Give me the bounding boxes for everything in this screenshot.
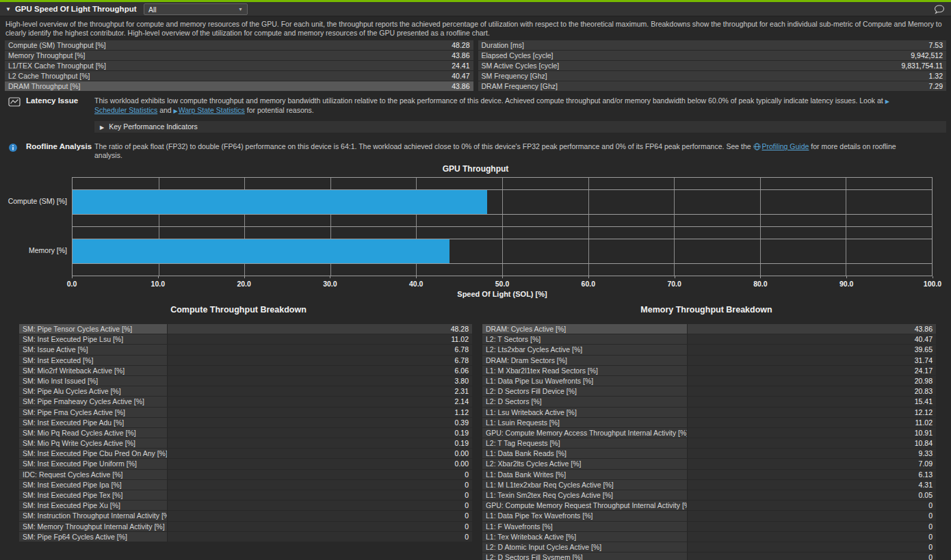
- breakdown-metric-label: L2: D Sectors Fill Device [%]: [482, 386, 688, 396]
- breakdown-row[interactable]: SM: Mio2rf Writeback Active [%]6.06: [19, 366, 472, 375]
- breakdown-metric-label: L2: T Tag Requests [%]: [482, 438, 688, 448]
- breakdown-row[interactable]: SM: Inst Executed [%]6.78: [19, 356, 472, 365]
- breakdown-row[interactable]: SM: Inst Executed Pipe Xu [%]0: [19, 501, 472, 510]
- breakdown-row[interactable]: L2: Lts2xbar Cycles Active [%]39.65: [482, 345, 936, 354]
- breakdown-metric-label: L1: Data Bank Reads [%]: [482, 449, 688, 458]
- breakdown-row[interactable]: SM: Inst Executed Pipe Ipa [%]0: [19, 480, 472, 490]
- breakdown-metric-value: 0: [168, 490, 472, 500]
- metric-label: Duration [ms]: [482, 40, 524, 50]
- metric-row[interactable]: L1/TEX Cache Throughput [%]24.41: [5, 61, 473, 70]
- breakdown-row[interactable]: SM: Inst Executed Pipe Tex [%]0: [19, 490, 472, 500]
- breakdown-row[interactable]: SM: Memory Throughput Internal Activity …: [19, 522, 472, 531]
- breakdown-row[interactable]: SM: Issue Active [%]6.78: [19, 345, 472, 354]
- metric-row[interactable]: SM Active Cycles [cycle]9,831,754.11: [478, 61, 947, 70]
- breakdown-row[interactable]: GPU: Compute Memory Access Throughput In…: [482, 428, 936, 438]
- breakdown-row[interactable]: L1: M L1tex2xbar Req Cycles Active [%]4.…: [482, 480, 936, 490]
- breakdown-row[interactable]: DRAM: Cycles Active [%]43.86: [482, 324, 936, 334]
- warp-state-statistics-link[interactable]: ▶Warp State Statistics: [174, 106, 245, 114]
- breakdown-row[interactable]: L1: Data Pipe Tex Wavefronts [%]0: [482, 511, 936, 520]
- breakdown-row[interactable]: SM: Pipe Tensor Cycles Active [%]48.28: [19, 324, 472, 334]
- chart-title: GPU Throughput: [0, 164, 951, 175]
- breakdown-row[interactable]: L1: Data Bank Writes [%]6.13: [482, 470, 936, 479]
- throughput-bar: [73, 190, 487, 214]
- breakdown-metric-label: DRAM: Dram Sectors [%]: [482, 356, 688, 365]
- metric-set-dropdown[interactable]: All ▼: [144, 3, 248, 15]
- breakdown-metric-value: 43.86: [688, 324, 936, 334]
- breakdown-row[interactable]: DRAM: Dram Sectors [%]31.74: [482, 356, 936, 365]
- axis-tick-mark: [72, 276, 73, 278]
- breakdown-row[interactable]: SM: Mio Pq Read Cycles Active [%]0.19: [19, 428, 472, 438]
- metric-row[interactable]: Memory Throughput [%]43.86: [5, 51, 473, 60]
- breakdown-metric-label: L1: Tex Writeback Active [%]: [482, 532, 688, 542]
- page-title[interactable]: GPU Speed Of Light Throughput: [15, 5, 137, 13]
- breakdown-row[interactable]: SM: Pipe Fp64 Cycles Active [%]0: [19, 532, 472, 542]
- metric-row[interactable]: L2 Cache Throughput [%]40.47: [5, 71, 473, 81]
- breakdown-row[interactable]: SM: Inst Executed Pipe Lsu [%]11.02: [19, 334, 472, 344]
- breakdown-row[interactable]: L1: Lsu Writeback Active [%]12.12: [482, 408, 936, 417]
- breakdown-row[interactable]: SM: Pipe Fma Cycles Active [%]1.12: [19, 408, 472, 417]
- metric-row[interactable]: Duration [ms]7.53: [478, 40, 947, 50]
- breakdown-row[interactable]: SM: Mio Inst Issued [%]3.80: [19, 376, 472, 386]
- breakdown-row[interactable]: L2: D Atomic Input Cycles Active [%]0: [482, 542, 936, 552]
- metric-row[interactable]: DRAM Frequency [Ghz]7.29: [478, 81, 947, 91]
- breakdown-row[interactable]: SM: Pipe Fmaheavy Cycles Active [%]2.14: [19, 397, 472, 406]
- axis-tick-mark: [502, 276, 503, 278]
- profiling-guide-link[interactable]: Profiling Guide: [753, 142, 809, 150]
- breakdown-metric-label: SM: Pipe Alu Cycles Active [%]: [19, 386, 168, 396]
- breakdown-row[interactable]: L2: T Tag Requests [%]10.84: [482, 438, 936, 448]
- breakdown-metric-value: 11.02: [168, 334, 472, 344]
- throughput-bar: [73, 239, 450, 263]
- comment-icon[interactable]: [934, 4, 945, 14]
- breakdown-row[interactable]: SM: Mio Pq Write Cycles Active [%]0.19: [19, 438, 472, 448]
- breakdown-metric-label: IDC: Request Cycles Active [%]: [19, 470, 168, 479]
- breakdown-metric-label: SM: Pipe Tensor Cycles Active [%]: [19, 324, 168, 334]
- chart-x-tick-label: 60.0: [582, 280, 595, 288]
- breakdown-row[interactable]: SM: Inst Executed Pipe Cbu Pred On Any […: [19, 449, 472, 458]
- breakdown-metric-value: 0: [168, 522, 472, 531]
- latency-text-end: for potential reasons.: [245, 106, 314, 114]
- breakdown-metric-label: L2: D Sectors Fill Sysmem [%]: [482, 552, 688, 560]
- key-performance-indicators-expander[interactable]: ▶Key Performance Indicators: [94, 121, 946, 133]
- breakdown-row[interactable]: L2: D Sectors Fill Sysmem [%]0: [482, 552, 936, 560]
- metric-row-selected[interactable]: DRAM Throughput [%]43.86: [5, 81, 473, 91]
- breakdown-row[interactable]: L2: D Sectors Fill Device [%]20.83: [482, 386, 936, 396]
- breakdown-row[interactable]: L1: Tex Writeback Active [%]0: [482, 532, 936, 542]
- breakdown-metric-value: 6.13: [688, 470, 936, 479]
- breakdown-metric-value: 0: [688, 501, 936, 510]
- breakdown-row[interactable]: L1: Data Pipe Lsu Wavefronts [%]20.98: [482, 376, 936, 386]
- breakdown-row[interactable]: SM: Inst Executed Pipe Uniform [%]0.00: [19, 459, 472, 468]
- breakdown-row[interactable]: SM: Inst Executed Pipe Adu [%]0.39: [19, 418, 472, 427]
- breakdown-row[interactable]: L1: Data Bank Reads [%]9.33: [482, 449, 936, 458]
- breakdown-row[interactable]: GPU: Compute Memory Request Throughput I…: [482, 501, 936, 510]
- breakdown-metric-label: L1: Data Pipe Lsu Wavefronts [%]: [482, 376, 688, 386]
- breakdown-row[interactable]: L2: Xbar2lts Cycles Active [%]7.09: [482, 459, 936, 468]
- breakdown-metric-label: L2: D Sectors [%]: [482, 397, 688, 406]
- breakdown-row[interactable]: L2: T Sectors [%]40.47: [482, 334, 936, 344]
- metric-row[interactable]: Elapsed Cycles [cycle]9,942,512: [478, 51, 947, 60]
- breakdown-row[interactable]: L1: M Xbar2l1tex Read Sectors [%]24.17: [482, 366, 936, 375]
- breakdown-metric-value: 0.00: [168, 459, 472, 468]
- breakdown-metric-value: 0: [688, 522, 936, 531]
- breakdown-metric-label: SM: Pipe Fma Cycles Active [%]: [19, 408, 168, 417]
- breakdown-metric-label: L1: Lsu Writeback Active [%]: [482, 408, 688, 417]
- metric-row[interactable]: SM Frequency [Ghz]1.32: [478, 71, 947, 81]
- breakdown-row[interactable]: IDC: Request Cycles Active [%]0: [19, 470, 472, 479]
- latency-issue-title: Latency Issue: [26, 96, 94, 116]
- metric-row[interactable]: Compute (SM) Throughput [%]48.28: [5, 40, 473, 50]
- breakdown-row[interactable]: SM: Instruction Throughput Internal Acti…: [19, 511, 472, 520]
- metric-value: 9,831,754.11: [901, 61, 943, 70]
- breakdown-row[interactable]: L1: Texin Sm2tex Req Cycles Active [%]0.…: [482, 490, 936, 500]
- collapse-section-icon[interactable]: ▼: [5, 6, 11, 12]
- metric-label: SM Active Cycles [cycle]: [482, 61, 560, 70]
- breakdown-metric-label: SM: Inst Executed Pipe Adu [%]: [19, 418, 168, 427]
- axis-tick-mark: [846, 276, 847, 278]
- breakdown-metric-label: DRAM: Cycles Active [%]: [482, 324, 688, 334]
- breakdown-row[interactable]: L1: F Wavefronts [%]0: [482, 522, 936, 531]
- breakdown-metric-label: L1: Texin Sm2tex Req Cycles Active [%]: [482, 490, 688, 500]
- breakdown-metric-value: 0: [688, 552, 936, 560]
- breakdown-row[interactable]: L2: D Sectors [%]15.41: [482, 397, 936, 406]
- breakdown-metric-label: L1: Lsuin Requests [%]: [482, 418, 688, 427]
- breakdown-row[interactable]: L1: Lsuin Requests [%]11.02: [482, 418, 936, 427]
- breakdown-row[interactable]: SM: Pipe Alu Cycles Active [%]2.31: [19, 386, 472, 396]
- breakdown-metric-value: 10.84: [688, 438, 936, 448]
